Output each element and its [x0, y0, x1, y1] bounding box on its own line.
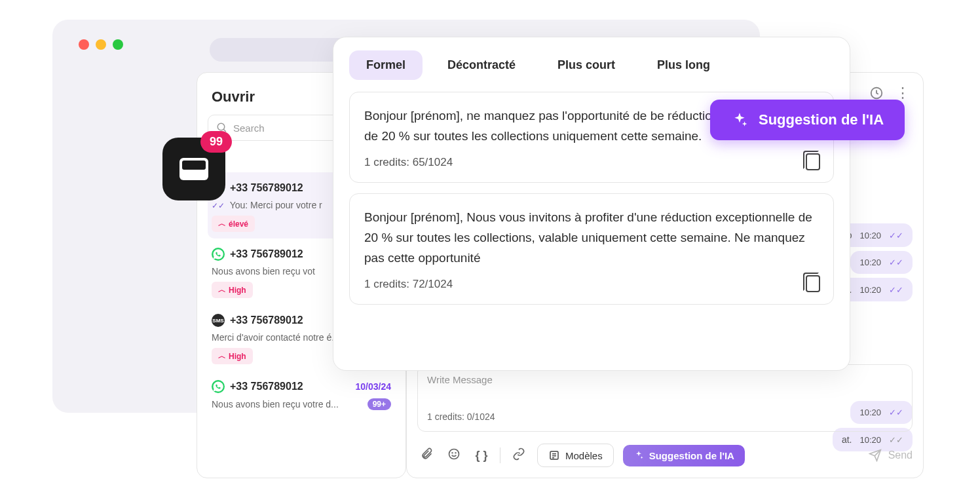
tab-decontracte[interactable]: Décontracté — [430, 50, 533, 80]
suggestion-text: Bonjour [prénom], Nous vous invitons à p… — [364, 207, 819, 269]
chevron-up-icon: ︿ — [218, 284, 226, 295]
inbox-icon — [179, 158, 208, 180]
composer-placeholder: Write Message — [427, 374, 903, 385]
ai-suggestion-button[interactable]: Suggestion de l'IA — [623, 445, 745, 466]
svg-point-0 — [217, 123, 225, 130]
priority-badge: ︿ High — [212, 282, 253, 298]
conversation-number: +33 756789012 — [230, 182, 303, 194]
whatsapp-icon — [212, 248, 225, 261]
close-dot[interactable] — [79, 39, 89, 50]
read-check-icon: ✓✓ — [889, 285, 903, 295]
copy-icon[interactable] — [806, 153, 820, 170]
tab-formel[interactable]: Formel — [349, 50, 423, 80]
message-time: 10:20 — [859, 285, 881, 295]
emoji-icon[interactable] — [445, 447, 463, 464]
svg-point-3 — [449, 449, 459, 459]
conversation-number: +33 756789012 — [230, 381, 303, 392]
braces-icon[interactable]: { } — [472, 449, 491, 463]
link-icon[interactable] — [510, 447, 528, 464]
svg-point-5 — [455, 452, 456, 453]
message-time: 10:20 — [859, 257, 881, 267]
sms-icon: SMS — [212, 314, 225, 327]
notification-badge: 99 — [200, 131, 232, 153]
sparkle-icon — [731, 111, 748, 128]
whatsapp-icon — [212, 380, 225, 393]
models-button[interactable]: Modèles — [537, 444, 614, 467]
tab-plus-long[interactable]: Plus long — [640, 50, 727, 80]
suggestion-credits: 1 credits: 72/1024 — [364, 278, 819, 291]
suggestion-credits: 1 credits: 65/1024 — [364, 156, 819, 169]
tab-plus-court[interactable]: Plus court — [540, 50, 632, 80]
send-icon — [869, 449, 882, 462]
check-icon: ✓✓ — [212, 201, 225, 210]
svg-point-4 — [452, 452, 453, 453]
conversation-number: +33 756789012 — [230, 248, 303, 260]
read-check-icon: ✓✓ — [889, 231, 903, 240]
priority-badge: ︿ élevé — [212, 216, 255, 232]
toolbar-divider — [500, 447, 500, 463]
conversation-preview-row: Nous avons bien reçu votre d... 99+ — [212, 398, 391, 410]
unread-count-badge: 99+ — [368, 398, 391, 410]
send-button[interactable]: Send — [869, 449, 913, 462]
chevron-up-icon: ︿ — [218, 351, 226, 362]
maximize-dot[interactable] — [113, 39, 123, 50]
tone-tabs: Formel Décontracté Plus court Plus long — [349, 50, 834, 80]
ai-suggestion-float-button[interactable]: Suggestion de l'IA — [710, 100, 905, 140]
copy-icon[interactable] — [806, 275, 820, 292]
suggestion-card[interactable]: Bonjour [prénom], Nous vous invitons à p… — [349, 193, 834, 305]
attachment-icon[interactable] — [417, 447, 436, 464]
composer-credits: 1 credits: 0/1024 — [427, 411, 903, 422]
minimize-dot[interactable] — [96, 39, 106, 50]
chevron-up-icon: ︿ — [218, 218, 226, 229]
search-placeholder: Search — [233, 123, 265, 134]
conversation-item[interactable]: +33 756789012 10/03/24 Nous avons bien r… — [208, 371, 395, 417]
priority-badge: ︿ High — [212, 348, 253, 364]
message-bubble: 10:20 ✓✓ — [850, 251, 913, 274]
sparkle-icon — [633, 450, 644, 461]
read-check-icon: ✓✓ — [889, 257, 903, 267]
conversation-number: +33 756789012 — [230, 314, 303, 326]
ai-suggestion-popup: Formel Décontracté Plus court Plus long … — [333, 37, 850, 371]
message-time: 10:20 — [859, 231, 881, 240]
template-icon — [548, 449, 560, 461]
composer-toolbar: { } Modèles Suggestion de l'IA Send — [417, 444, 913, 467]
conversation-date: 10/03/24 — [356, 381, 392, 392]
app-icon[interactable]: 99 — [162, 138, 225, 200]
message-composer[interactable]: Write Message 1 credits: 0/1024 — [417, 364, 913, 432]
